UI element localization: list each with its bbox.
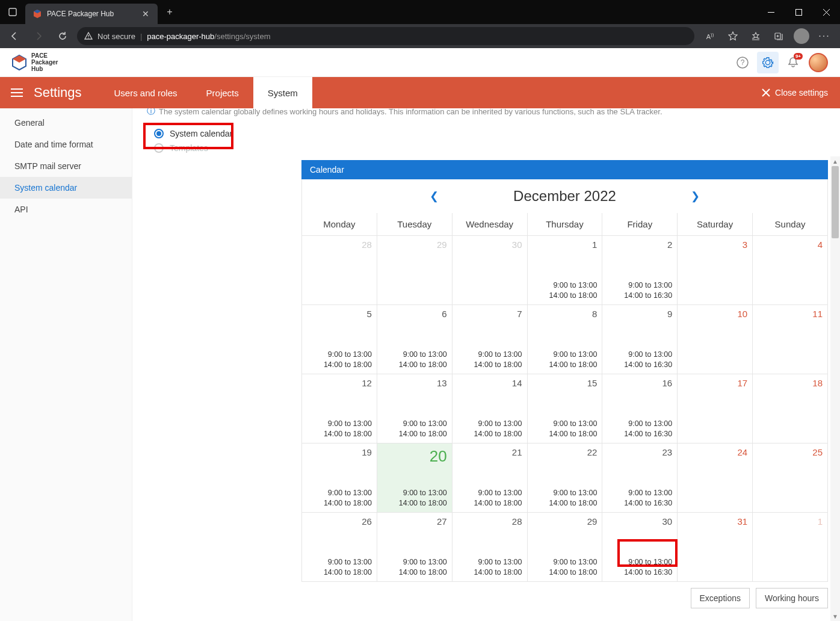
calendar-day[interactable]: 25 <box>753 443 828 513</box>
calendar-prev-icon[interactable]: ❮ <box>427 190 441 203</box>
day-number: 11 <box>758 309 823 319</box>
nav-tab-users-and-roles[interactable]: Users and roles <box>100 77 192 108</box>
calendar-day[interactable]: 19:00 to 13:0014:00 to 18:00 <box>527 236 602 305</box>
day-number: 17 <box>682 378 747 388</box>
sidebar-item-smtp-mail-server[interactable]: SMTP mail server <box>0 155 132 177</box>
calendar-next-icon[interactable]: ❯ <box>688 190 703 203</box>
sidebar-item-api[interactable]: API <box>0 199 132 220</box>
calendar-day[interactable]: 139:00 to 13:0014:00 to 18:00 <box>377 374 452 443</box>
scrollbar[interactable]: ▲ ▼ <box>830 156 840 621</box>
nav-refresh-icon[interactable] <box>53 26 72 46</box>
exceptions-button[interactable]: Exceptions <box>691 588 750 608</box>
help-icon[interactable]: ? <box>732 52 753 73</box>
calendar-day[interactable]: 199:00 to 13:0014:00 to 18:00 <box>302 443 377 513</box>
day-hours: 9:00 to 13:0014:00 to 18:00 <box>533 419 598 439</box>
calendar-day[interactable]: 1 <box>753 513 828 582</box>
calendar-day[interactable]: 159:00 to 13:0014:00 to 18:00 <box>527 374 602 443</box>
day-number: 14 <box>457 378 522 388</box>
day-hours: 9:00 to 13:0014:00 to 18:00 <box>382 350 447 370</box>
calendar-day[interactable]: 30 <box>452 236 527 305</box>
calendar-day[interactable]: 31 <box>678 513 753 582</box>
scroll-thumb[interactable] <box>832 166 839 238</box>
calendar-day[interactable]: 279:00 to 13:0014:00 to 18:00 <box>377 513 452 582</box>
calendar-day[interactable]: 309:00 to 13:0014:00 to 16:30 <box>602 513 678 582</box>
calendar-day[interactable]: 69:00 to 13:0014:00 to 18:00 <box>377 305 452 374</box>
calendar-day[interactable]: 17 <box>678 374 753 443</box>
day-hours: 9:00 to 13:0014:00 to 18:00 <box>533 350 598 370</box>
calendar-day[interactable]: 29:00 to 13:0014:00 to 16:30 <box>602 236 678 305</box>
calendar-day[interactable]: 289:00 to 13:0014:00 to 18:00 <box>452 513 527 582</box>
day-hours: 9:00 to 13:0014:00 to 18:00 <box>457 488 522 508</box>
close-settings-button[interactable]: Close settings <box>762 88 828 97</box>
nav-tab-projects[interactable]: Projects <box>192 77 253 108</box>
scroll-down-icon[interactable]: ▼ <box>830 611 840 621</box>
day-hours: 9:00 to 13:0014:00 to 18:00 <box>457 350 522 370</box>
sidebar-item-general[interactable]: General <box>0 112 132 134</box>
window-close-icon[interactable] <box>812 0 840 24</box>
window-maximize-icon[interactable] <box>785 0 812 24</box>
hamburger-icon[interactable] <box>0 88 34 97</box>
calendar-day[interactable]: 129:00 to 13:0014:00 to 18:00 <box>302 374 377 443</box>
calendar-day[interactable]: 99:00 to 13:0014:00 to 16:30 <box>602 305 678 374</box>
day-hours: 9:00 to 13:0014:00 to 18:00 <box>457 419 522 439</box>
nav-tab-system[interactable]: System <box>253 77 312 108</box>
notif-badge: 9+ <box>794 53 803 60</box>
day-hours: 9:00 to 13:0014:00 to 18:00 <box>533 488 598 508</box>
calendar-day[interactable]: 269:00 to 13:0014:00 to 18:00 <box>302 513 377 582</box>
day-number: 29 <box>382 239 447 250</box>
calendar-day[interactable]: 239:00 to 13:0014:00 to 16:30 <box>602 443 678 513</box>
radio-templates[interactable]: Templates <box>154 141 232 155</box>
svg-marker-16 <box>13 55 26 63</box>
calendar-day[interactable]: 169:00 to 13:0014:00 to 16:30 <box>602 374 678 443</box>
day-hours: 9:00 to 13:0014:00 to 16:30 <box>607 419 672 439</box>
nav-back-icon[interactable] <box>5 26 24 46</box>
new-tab-button[interactable]: + <box>161 4 178 20</box>
calendar-day[interactable]: 149:00 to 13:0014:00 to 18:00 <box>452 374 527 443</box>
address-bar[interactable]: Not secure | pace-packager-hub/settings/… <box>77 27 694 45</box>
working-hours-button[interactable]: Working hours <box>756 588 828 608</box>
calendar-day[interactable]: 3 <box>678 236 753 305</box>
favorites-bar-icon[interactable] <box>745 26 767 46</box>
browser-menu-icon[interactable]: ··· <box>814 26 835 46</box>
day-number: 16 <box>607 378 672 388</box>
tab-actions-icon[interactable] <box>0 0 25 24</box>
calendar-day[interactable]: 209:00 to 13:0014:00 to 18:00 <box>377 443 452 513</box>
calendar-day[interactable]: 299:00 to 13:0014:00 to 18:00 <box>527 513 602 582</box>
calendar-day[interactable]: 229:00 to 13:0014:00 to 18:00 <box>527 443 602 513</box>
day-number: 24 <box>682 447 747 457</box>
user-avatar[interactable] <box>808 52 829 73</box>
day-hours: 9:00 to 13:0014:00 to 18:00 <box>457 557 522 578</box>
radio-icon <box>154 129 164 138</box>
collections-icon[interactable] <box>768 26 789 46</box>
read-aloud-icon[interactable]: A)) <box>699 26 721 46</box>
favicon-icon <box>32 9 42 19</box>
settings-icon[interactable] <box>757 52 779 73</box>
settings-sidebar: GeneralDate and time formatSMTP mail ser… <box>0 108 132 621</box>
calendar-day[interactable]: 4 <box>753 236 828 305</box>
calendar-day[interactable]: 59:00 to 13:0014:00 to 18:00 <box>302 305 377 374</box>
calendar-day[interactable]: 11 <box>753 305 828 374</box>
calendar-day[interactable]: 219:00 to 13:0014:00 to 18:00 <box>452 443 527 513</box>
calendar-day[interactable]: 79:00 to 13:0014:00 to 18:00 <box>452 305 527 374</box>
day-number: 10 <box>682 309 747 319</box>
browser-tab[interactable]: PACE Packager Hub ✕ <box>25 4 158 24</box>
tab-close-icon[interactable]: ✕ <box>141 9 150 19</box>
sidebar-item-date-and-time-format[interactable]: Date and time format <box>0 134 132 155</box>
calendar-day[interactable]: 18 <box>753 374 828 443</box>
calendar-day[interactable]: 24 <box>678 443 753 513</box>
url-path: /settings/system <box>214 32 270 41</box>
calendar-day[interactable]: 10 <box>678 305 753 374</box>
notifications-icon[interactable]: 9+ <box>782 52 804 73</box>
app-logo[interactable]: PACE Packager Hub <box>11 52 58 72</box>
scroll-up-icon[interactable]: ▲ <box>830 156 840 166</box>
calendar-day[interactable]: 28 <box>302 236 377 305</box>
sidebar-item-system-calendar[interactable]: System calendar <box>0 177 132 199</box>
day-number: 6 <box>382 309 447 319</box>
radio-system-calendar[interactable]: System calendar <box>154 126 232 141</box>
day-number: 2 <box>607 239 672 250</box>
window-minimize-icon[interactable] <box>757 0 785 24</box>
favorite-icon[interactable] <box>722 26 744 46</box>
calendar-day[interactable]: 89:00 to 13:0014:00 to 18:00 <box>527 305 602 374</box>
calendar-day[interactable]: 29 <box>377 236 452 305</box>
profile-icon[interactable] <box>791 26 812 46</box>
